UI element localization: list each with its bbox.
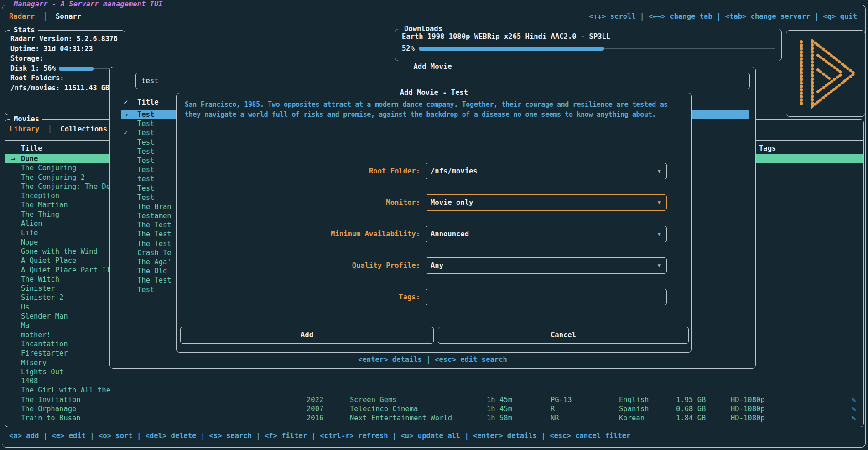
result-title: Test <box>137 285 154 294</box>
result-title: Test <box>137 110 154 119</box>
movie-title: mother! <box>21 330 51 340</box>
movie-title: The Conjuring <box>21 163 76 173</box>
row-marker-icon <box>124 276 137 285</box>
tag-icon: ✎ <box>852 395 856 404</box>
keybinding-hints-top: <↑↓> scroll | <←→> change tab | <tab> ch… <box>589 12 857 21</box>
movie-title: The Orphanage <box>21 404 76 413</box>
movie-title: Sinister <box>21 284 55 293</box>
table-row[interactable]: The Girl with All the <box>5 386 863 395</box>
movie-title: The Invitation <box>21 395 81 404</box>
result-title: Test <box>137 193 154 202</box>
movie-title: A Quiet Place <box>21 256 76 265</box>
download-item-title: Earth 1998 1080p WEBRip x265 Hindi AAC2.… <box>402 31 775 42</box>
result-title: The Old <box>137 267 167 276</box>
field-input[interactable]: /nfs/movies ▼ <box>426 163 667 179</box>
table-row[interactable]: 1408 <box>5 377 863 386</box>
movie-year: 2022 <box>307 395 323 404</box>
disk-usage-gauge-fill <box>59 67 93 71</box>
tab-radarr[interactable]: Radarr <box>9 12 35 21</box>
movie-year: 2016 <box>307 413 323 423</box>
table-row[interactable]: The Invitation 2022 Screen Gems 1h 45m P… <box>5 395 863 404</box>
movie-quality: HD-1080p <box>731 404 765 413</box>
movie-title: The Witch <box>21 275 59 284</box>
movie-certification: R <box>551 404 555 413</box>
chevron-down-icon: ▼ <box>658 163 661 179</box>
stats-panel-title: Stats <box>10 25 38 35</box>
row-marker-icon <box>124 239 137 248</box>
tab-collections[interactable]: Collections <box>60 125 107 133</box>
storage-label: Storage: <box>10 54 120 64</box>
field-input[interactable] <box>426 289 667 305</box>
movie-overview: San Francisco, 1985. Two opposites attra… <box>185 99 683 120</box>
chevron-down-icon: ▼ <box>658 258 661 273</box>
root-folders-label: Root Folders: <box>10 73 120 84</box>
add-movie-form: Root Folder: /nfs/movies ▼ Monitor: Movi… <box>177 163 691 320</box>
chevron-down-icon: ▼ <box>658 195 661 210</box>
row-marker-icon <box>124 147 137 156</box>
movie-title: Train to Busan <box>21 413 81 423</box>
row-marker-icon <box>124 156 137 165</box>
add-movie-search-input[interactable] <box>135 73 750 89</box>
movie-title: The Martian <box>21 200 68 209</box>
result-title: Test <box>137 119 154 128</box>
field-label: Quality Profile: <box>177 257 420 274</box>
form-field-row: Monitor: Movie only ▼ <box>177 194 691 211</box>
movie-title: Ma <box>21 321 30 330</box>
downloads-body: Earth 1998 1080p WEBRip x265 Hindi AAC2.… <box>402 31 775 53</box>
row-marker-icon <box>124 193 137 202</box>
result-title: Test <box>137 147 154 156</box>
field-label: Root Folder: <box>177 163 420 180</box>
disk-usage-label: Disk 1: 56% <box>10 64 56 74</box>
movie-title: The Girl with All the <box>21 386 110 395</box>
movie-title: Gone with the Wind <box>21 247 98 256</box>
movie-title: Firestarter <box>21 349 68 358</box>
field-input[interactable]: Movie only ▼ <box>426 194 667 211</box>
result-title: The Aga' <box>137 257 172 267</box>
keybinding-hints-bottom: <a> add | <e> edit | <o> sort | <del> de… <box>9 432 630 440</box>
movie-title: 1408 <box>21 377 38 386</box>
field-input[interactable]: Announced ▼ <box>426 226 667 242</box>
movie-quality: HD-1080p <box>731 413 765 423</box>
selection-arrow-icon: → <box>11 154 21 163</box>
row-marker-icon <box>124 257 137 267</box>
tag-icon: ✎ <box>852 413 856 423</box>
movie-language: Spanish <box>619 404 649 413</box>
result-title: test <box>137 174 154 183</box>
form-field-row: Tags: <box>177 289 691 306</box>
tab-library[interactable]: Library <box>10 125 39 133</box>
movie-title: The Thing <box>21 210 59 219</box>
tab-sonarr[interactable]: Sonarr <box>56 12 81 21</box>
disk-usage-row: Disk 1: 56% <box>10 64 120 74</box>
form-field-row: Minimum Availability: Announced ▼ <box>177 226 691 243</box>
tag-icon: ✎ <box>852 404 856 413</box>
column-header-tags: Tags <box>759 144 776 152</box>
column-header-title: Title <box>21 144 42 152</box>
row-marker-icon <box>124 248 137 257</box>
movie-studio: Next Entertainment World <box>350 413 452 423</box>
movie-title: Slender Man <box>21 312 68 321</box>
row-marker-icon <box>124 211 137 220</box>
table-row[interactable]: The Orphanage 2007 Telecinco Cinema 1h 4… <box>5 404 863 413</box>
result-title: Test <box>137 156 154 165</box>
managarr-screen: Managarr - A Servarr management TUI Rada… <box>0 0 868 450</box>
table-row[interactable]: Train to Busan 2016 Next Entertainment W… <box>5 413 863 423</box>
movie-title: Us <box>21 303 30 312</box>
movie-title: Dune <box>21 154 38 163</box>
add-button[interactable]: Add <box>180 327 434 344</box>
field-input[interactable]: Any ▼ <box>426 257 667 274</box>
form-field-row: Root Folder: /nfs/movies ▼ <box>177 163 691 180</box>
result-title: Test <box>137 165 154 174</box>
add-movie-modal: Add Movie - Test San Francisco, 1985. Tw… <box>176 93 692 353</box>
keybinding-hints-popup: <enter> details | <esc> edit search <box>110 356 755 364</box>
movies-panel-title: Movies <box>10 114 42 124</box>
movies-tabs: Library │ Collections │ <box>10 125 124 133</box>
row-marker-icon: ✓ <box>124 128 137 137</box>
field-value: Movie only <box>431 195 473 210</box>
cancel-button[interactable]: Cancel <box>438 327 689 344</box>
stats-panel: Stats Radarr Version: 5.2.6.8376 Uptime:… <box>5 30 125 115</box>
tab-separator: │ <box>44 125 56 133</box>
movie-certification: NR <box>551 413 559 423</box>
result-title: Test <box>137 128 154 137</box>
chevron-down-icon: ▼ <box>658 226 661 242</box>
movie-title: Incantation <box>21 340 68 349</box>
